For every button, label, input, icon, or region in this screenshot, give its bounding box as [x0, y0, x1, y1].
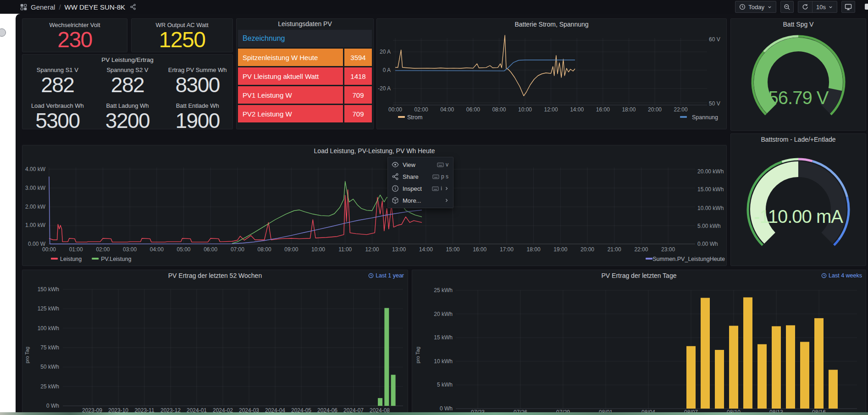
time-shortcut-link[interactable]: Last 1 year	[368, 272, 404, 279]
apps-grid-icon[interactable]	[20, 4, 27, 11]
menu-item-shortcut: p s	[441, 173, 448, 180]
panel-wr-output-ac-watt: WR Output AC Watt 1250	[131, 18, 233, 52]
stat-label: Batt Ladung Wh	[106, 102, 149, 109]
chevron-right-icon	[444, 198, 449, 203]
svg-text:0 A: 0 A	[383, 67, 391, 73]
window-edge-artifact	[865, 4, 868, 10]
svg-text:25 kWh: 25 kWh	[40, 383, 59, 390]
svg-text:03:00: 03:00	[123, 246, 137, 253]
menu-item-inspect[interactable]: Inspecti	[388, 183, 453, 194]
panel-batt-spg-gauge: Batt Spg V 56.79 V	[730, 18, 866, 131]
panel-load-leistung-chart: Load Leistung, PV-Leistung, PV Wh Heute …	[22, 145, 727, 266]
table-row[interactable]: Spitzenleistung W Heute3594	[238, 49, 372, 66]
panel-title[interactable]: PV Leistung/Ertrag	[22, 56, 232, 63]
table-column-header[interactable]: Bezeichnung	[238, 30, 372, 47]
left-margin	[0, 14, 16, 415]
svg-text:14:00: 14:00	[570, 106, 584, 113]
panel-batterie-strom-spannung: Batterie Strom, Spannung 20 A0 A-20 A60 …	[376, 18, 727, 129]
refresh-group: 10s	[798, 1, 837, 13]
refresh-interval-picker[interactable]: 10s	[813, 1, 837, 12]
stat-value: 282	[111, 74, 144, 96]
svg-text:0 Wh: 0 Wh	[440, 405, 453, 412]
menu-item-more[interactable]: More...	[388, 194, 453, 206]
svg-text:15:00: 15:00	[446, 246, 459, 253]
panel-title[interactable]: PV Ertrag der letzten 52 Wochen	[22, 272, 408, 279]
svg-text:5.00 kWh: 5.00 kWh	[697, 223, 721, 229]
svg-text:17:00: 17:00	[500, 246, 514, 253]
row-value-cell: 709	[344, 86, 372, 104]
panel-title[interactable]: PV Ertrag der letzten Tage	[412, 272, 866, 279]
svg-text:07:00: 07:00	[231, 246, 244, 253]
svg-text:23:00: 23:00	[661, 246, 675, 253]
cycle-view-mode-button[interactable]	[841, 1, 855, 13]
panel-title[interactable]: Batt Spg V	[731, 21, 866, 28]
refresh-button[interactable]	[798, 1, 812, 12]
svg-text:08:00: 08:00	[492, 106, 506, 113]
svg-text:56.79 V: 56.79 V	[768, 88, 829, 108]
desktop-taskbar-edge	[0, 412, 868, 415]
table-row[interactable]: PV2 Leistung W709	[238, 105, 372, 122]
panel-title[interactable]: Battstrom - Lade/+Entlade	[731, 136, 866, 143]
zoom-out-icon	[784, 4, 791, 11]
stat-cell: Spannung S1 V282	[22, 66, 93, 96]
batterie-chart-canvas[interactable]: 20 A0 A-20 A60 V50 V00:0002:0004:0006:00…	[377, 19, 726, 129]
svg-text:04:00: 04:00	[150, 246, 164, 253]
sidebar-toggle-button[interactable]	[0, 28, 6, 37]
svg-text:05:00: 05:00	[177, 246, 190, 253]
share-icon	[392, 173, 399, 180]
svg-text:-20 A: -20 A	[378, 85, 391, 92]
svg-text:10:00: 10:00	[311, 246, 325, 253]
zoom-out-button[interactable]	[780, 1, 794, 13]
svg-text:100 kWh: 100 kWh	[38, 325, 59, 332]
panel-title[interactable]: Load Leistung, PV-Leistung, PV Wh Heute	[22, 147, 726, 155]
menu-item-shortcut: i	[441, 185, 442, 192]
time-range-picker[interactable]: Today	[735, 1, 776, 13]
stat-label: Ertrag PV Summe Wh	[168, 66, 227, 73]
batt-spg-gauge[interactable]: 56.79 V	[731, 19, 866, 130]
panel-title[interactable]: Batterie Strom, Spannung	[377, 21, 726, 28]
svg-text:0 Wh: 0 Wh	[46, 403, 59, 409]
stat-value: 1900	[175, 110, 219, 132]
svg-text:04:00: 04:00	[440, 106, 454, 113]
screen: General / WW DEYE SUN-8K Today	[0, 0, 868, 415]
clock-icon	[368, 273, 374, 278]
keyboard-icon	[437, 161, 444, 168]
battstrom-gauge[interactable]: -110.00 mA	[731, 134, 866, 266]
panel-title[interactable]: Leistungsdaten PV	[237, 20, 373, 28]
stat-value: 3200	[105, 110, 149, 132]
keyboard-icon	[432, 185, 439, 192]
svg-text:06:00: 06:00	[466, 106, 480, 113]
panel-battstrom-gauge: Battstrom - Lade/+Entlade -110.00 mA	[730, 133, 866, 266]
svg-text:4.00 kW: 4.00 kW	[25, 166, 46, 172]
load-chart-canvas[interactable]: 4.00 kW3.00 kW2.00 kW1.00 kW0.00 W20.00 …	[22, 145, 726, 266]
stats-grid: Spannung S1 V282Spannung S2 V282Ertrag P…	[22, 66, 232, 132]
svg-text:PV.Leistung: PV.Leistung	[101, 256, 131, 262]
row-name-cell: PV1 Leistung W	[238, 86, 343, 104]
svg-text:5 kWh: 5 kWh	[437, 382, 453, 388]
stat-cell: Ertrag PV Summe Wh8300	[162, 66, 232, 96]
table-row[interactable]: PV Lleistung aktuell Watt1418	[238, 67, 372, 85]
breadcrumb-section[interactable]: General	[31, 3, 55, 11]
pv52-chart-canvas[interactable]: 150 kWh125 kWh100 kWh75 kWh50 kWh25 kWh0…	[22, 270, 408, 415]
svg-text:15.00 kWh: 15.00 kWh	[697, 186, 724, 193]
breadcrumb-dashboard-title[interactable]: WW DEYE SUN-8K	[65, 3, 126, 11]
svg-text:00:00: 00:00	[388, 106, 402, 113]
top-nav-bar: General / WW DEYE SUN-8K Today	[0, 0, 868, 14]
svg-text:15 kWh: 15 kWh	[434, 334, 453, 341]
menu-item-label: View	[403, 161, 437, 168]
row-value-cell: 1418	[344, 67, 372, 85]
svg-text:12:00: 12:00	[365, 246, 379, 253]
pvdays-chart-canvas[interactable]: 25 kWh20 kWh15 kWh10 kWh5 kWh0 Wh07/2307…	[412, 270, 866, 415]
menu-item-share[interactable]: Sharep s	[388, 171, 453, 183]
table-row[interactable]: PV1 Leistung W709	[238, 86, 372, 104]
svg-text:02:00: 02:00	[96, 246, 110, 253]
svg-text:09:00: 09:00	[284, 246, 298, 253]
menu-item-view[interactable]: Viewv	[388, 159, 453, 171]
clock-icon	[821, 273, 827, 278]
time-shortcut-link[interactable]: Last 4 weeks	[821, 272, 862, 279]
svg-text:06:00: 06:00	[204, 246, 217, 253]
time-range-label: Today	[748, 4, 764, 11]
svg-text:50 kWh: 50 kWh	[40, 364, 59, 370]
share-dashboard-icon[interactable]	[130, 4, 136, 10]
keyboard-icon	[432, 173, 439, 180]
